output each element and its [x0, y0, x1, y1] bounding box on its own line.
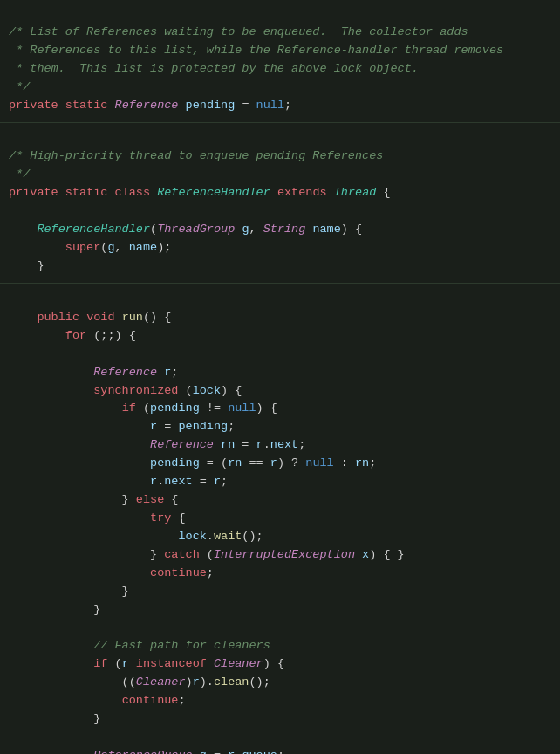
type-reference-1: Reference	[115, 99, 179, 112]
keyword-else: else	[136, 493, 164, 506]
keyword-continue-2: continue	[122, 694, 179, 707]
var-r-cast: r	[193, 675, 200, 689]
type-reference-2: Reference	[93, 366, 157, 379]
var-r-instanceof: r	[122, 657, 129, 670]
code-editor: /* List of References waiting to be enqu…	[0, 0, 560, 120]
code-block-2: /* High-priority thread to enqueue pendi…	[0, 125, 560, 281]
null-1: null	[256, 99, 284, 112]
keyword-try: try	[150, 511, 171, 524]
method-wait: wait	[214, 530, 242, 543]
keyword-continue-1: continue	[150, 566, 207, 579]
null-2: null	[228, 401, 256, 415]
divider-1	[0, 122, 560, 123]
var-lock: lock	[193, 384, 221, 397]
var-lock-wait: lock	[178, 530, 206, 543]
type-refqueue: ReferenceQueue	[93, 749, 192, 754]
param-type-threadgroup: ThreadGroup	[157, 223, 235, 236]
var-pending-3: pending	[178, 420, 228, 433]
divider-2	[0, 283, 560, 284]
method-run: run	[122, 311, 143, 324]
keyword-synchronized: synchronized	[93, 384, 178, 397]
keyword-private-2: private	[9, 186, 58, 199]
arg-g: g	[107, 241, 114, 254]
var-r-assign: r	[150, 420, 157, 433]
keyword-if-1: if	[122, 401, 136, 415]
keyword-static-1: static	[65, 99, 108, 112]
keyword-instanceof: instanceof	[136, 657, 207, 670]
field-queue: queue	[242, 749, 277, 754]
method-clean: clean	[214, 675, 249, 689]
keyword-private-1: private	[9, 99, 58, 112]
keyword-class: class	[115, 186, 151, 199]
param-name: name	[312, 223, 340, 236]
var-r-self: r	[214, 475, 221, 488]
keyword-static-2: static	[65, 186, 108, 199]
var-q: q	[200, 749, 207, 754]
var-x: x	[362, 548, 369, 561]
keyword-for: for	[65, 329, 86, 342]
keyword-if-2: if	[93, 657, 107, 670]
comment-fast-path: // Fast path for cleaners	[93, 639, 270, 652]
var-rn-cond: rn	[228, 456, 242, 470]
type-interrupted-exception: InterruptedException	[214, 548, 355, 561]
type-reference-3: Reference	[150, 438, 214, 451]
field-next-2: next	[164, 475, 192, 488]
keyword-void: void	[86, 311, 114, 324]
var-r-next-1: r	[256, 438, 263, 451]
var-r-next-2: r	[150, 475, 157, 488]
var-rn-2: rn	[355, 456, 369, 470]
constructor-name: ReferenceHandler	[37, 223, 150, 236]
code-block-3: public void run() { for (;;) { Reference…	[0, 285, 560, 754]
type-cleaner-1: Cleaner	[214, 657, 263, 670]
keyword-public: public	[37, 311, 79, 324]
arg-name: name	[129, 241, 157, 254]
param-type-string: String	[263, 223, 306, 236]
type-cleaner-2: Cleaner	[136, 675, 186, 689]
field-next-1: next	[270, 438, 298, 451]
var-pending-2: pending	[150, 401, 200, 415]
var-r-cond: r	[270, 456, 277, 470]
classname-refhandler: ReferenceHandler	[157, 186, 270, 199]
keyword-catch: catch	[164, 548, 200, 561]
classname-thread: Thread	[334, 186, 377, 199]
keyword-super: super	[65, 241, 101, 254]
var-pending-4: pending	[150, 456, 200, 470]
keyword-extends: extends	[277, 186, 327, 199]
var-pending-1: pending	[186, 99, 236, 112]
comment-line-1: /* List of References waiting to be enqu…	[9, 25, 503, 93]
null-3: null	[305, 456, 333, 470]
var-rn: rn	[221, 438, 235, 451]
comment-line-2: /* High-priority thread to enqueue pendi…	[9, 149, 383, 181]
